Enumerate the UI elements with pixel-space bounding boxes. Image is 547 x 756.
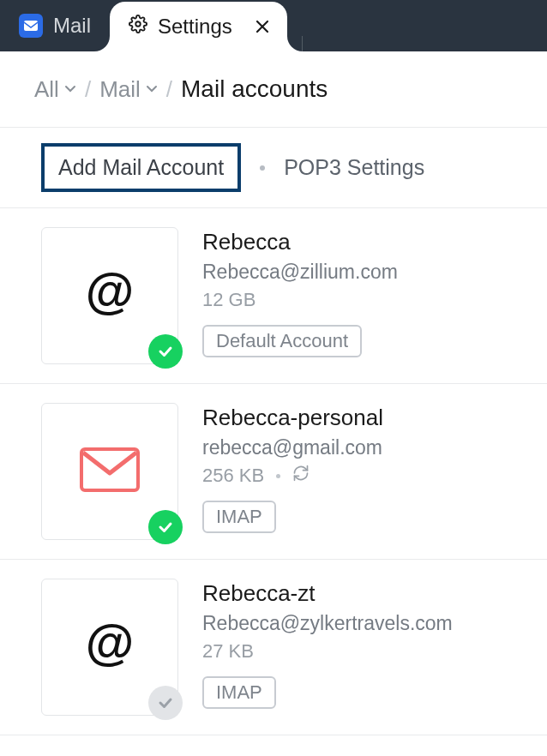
accounts-list: @ Rebecca Rebecca@zillium.com 12 GB Defa… <box>0 208 547 735</box>
chevron-down-icon <box>64 85 76 93</box>
account-info: Rebecca-zt Rebecca@zylkertravels.com 27 … <box>202 579 453 716</box>
breadcrumb-separator: / <box>85 76 91 103</box>
tab-settings-label: Settings <box>158 15 232 39</box>
tab-settings[interactable]: Settings <box>110 2 287 51</box>
account-row[interactable]: @ Rebecca Rebecca@zillium.com 12 GB Defa… <box>0 208 547 384</box>
breadcrumb-all-label: All <box>34 76 59 103</box>
at-sign-icon: @ <box>82 267 137 325</box>
add-mail-account-button[interactable]: Add Mail Account <box>41 143 241 192</box>
breadcrumb-all[interactable]: All <box>34 76 76 103</box>
svg-point-1 <box>135 21 141 27</box>
gear-icon <box>129 15 147 39</box>
separator-dot <box>260 165 265 171</box>
status-badge <box>148 334 183 369</box>
account-tag: IMAP <box>202 501 276 533</box>
close-icon[interactable] <box>255 19 270 34</box>
account-email: Rebecca@zillium.com <box>202 261 398 284</box>
account-tag: IMAP <box>202 676 276 709</box>
account-meta: 12 GB <box>202 289 398 311</box>
at-sign-icon: @ <box>82 618 137 676</box>
breadcrumb-mail-label: Mail <box>99 76 141 103</box>
breadcrumb-separator: / <box>166 76 172 103</box>
account-size: 256 KB <box>202 465 264 487</box>
breadcrumb-current: Mail accounts <box>181 75 328 103</box>
gmail-icon <box>80 447 140 495</box>
pop3-settings-link[interactable]: POP3 Settings <box>284 155 424 180</box>
separator-dot <box>276 474 280 478</box>
sync-icon[interactable] <box>292 465 310 487</box>
status-badge <box>148 510 183 544</box>
chevron-down-icon <box>146 85 158 93</box>
tab-mail-label: Mail <box>53 14 91 38</box>
account-row[interactable]: @ Rebecca-zt Rebecca@zylkertravels.com 2… <box>0 560 547 735</box>
breadcrumb-mail[interactable]: Mail <box>99 76 158 103</box>
account-info: Rebecca-personal rebecca@gmail.com 256 K… <box>202 403 383 540</box>
account-meta: 27 KB <box>202 640 453 663</box>
account-name: Rebecca-zt <box>202 580 453 607</box>
svg-text:@: @ <box>86 267 135 318</box>
account-info: Rebecca Rebecca@zillium.com 12 GB Defaul… <box>202 227 398 364</box>
status-badge <box>148 686 183 720</box>
account-icon-box: @ <box>41 227 178 364</box>
account-email: Rebecca@zylkertravels.com <box>202 612 453 635</box>
breadcrumb: All / Mail / Mail accounts <box>0 51 547 128</box>
account-name: Rebecca-personal <box>202 405 383 431</box>
svg-text:@: @ <box>86 618 135 669</box>
tab-mail[interactable]: Mail <box>0 0 110 51</box>
actions-row: Add Mail Account POP3 Settings <box>0 128 547 208</box>
account-tag: Default Account <box>202 325 362 357</box>
tab-bar: Mail Settings <box>0 0 547 51</box>
mail-app-icon <box>19 14 43 38</box>
account-size: 27 KB <box>202 640 254 663</box>
account-icon-box <box>41 403 178 540</box>
account-row[interactable]: Rebecca-personal rebecca@gmail.com 256 K… <box>0 384 547 560</box>
account-name: Rebecca <box>202 229 398 255</box>
account-email: rebecca@gmail.com <box>202 436 383 459</box>
account-size: 12 GB <box>202 289 255 311</box>
svg-rect-0 <box>24 21 38 31</box>
account-meta: 256 KB <box>202 465 383 487</box>
account-icon-box: @ <box>41 579 178 716</box>
